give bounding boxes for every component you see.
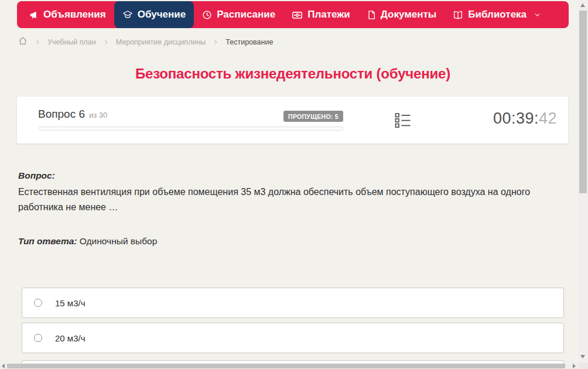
breadcrumb-item-testing: Тестирование [225, 38, 273, 46]
scroll-left-arrow-icon[interactable] [2, 364, 5, 368]
question-header-card: Вопрос 6 из 30 ПРОПУЩЕНО: 5 00:39:42 [17, 97, 568, 144]
nav-item-announcements[interactable]: Объявления [20, 1, 114, 28]
nav-item-learning[interactable]: Обучение [114, 1, 194, 28]
chevron-right-icon [103, 39, 109, 45]
book-icon [453, 10, 463, 20]
breadcrumb-item-curriculum[interactable]: Учебный план [47, 38, 96, 46]
megaphone-icon [29, 10, 39, 20]
nav-item-payments[interactable]: Платежи [283, 1, 358, 28]
chevron-right-icon [213, 39, 218, 45]
nav-item-label: Платежи [307, 9, 350, 20]
payments-icon [292, 10, 303, 20]
timer-hhmm: 00:39: [493, 110, 539, 127]
scrollbar-corner [578, 363, 588, 369]
nav-item-label: Документы [381, 9, 437, 20]
timer-seconds: 42 [539, 110, 557, 127]
top-navbar: Объявления Обучение Расписание Платежи Д… [17, 1, 569, 28]
horizontal-scrollbar[interactable] [0, 363, 578, 369]
question-list-icon[interactable] [395, 112, 411, 128]
radio-icon[interactable] [34, 334, 42, 342]
question-label: Вопрос: [18, 170, 55, 181]
timer: 00:39:42 [493, 110, 557, 128]
chevron-down-icon [534, 11, 541, 19]
document-icon [367, 10, 376, 20]
radio-icon[interactable] [34, 299, 42, 307]
page: Объявления Обучение Расписание Платежи Д… [0, 0, 588, 369]
scroll-down-arrow-icon[interactable] [580, 355, 585, 358]
answer-option-1[interactable]: 15 м3/ч [22, 288, 564, 318]
vertical-scrollbar[interactable] [578, 0, 588, 363]
answer-option-label: 20 м3/ч [55, 333, 86, 343]
answer-type-value: Одиночный выбор [80, 236, 158, 246]
nav-item-library[interactable]: Библиотека [445, 1, 549, 28]
home-icon[interactable] [18, 36, 28, 47]
nav-item-documents[interactable]: Документы [358, 1, 445, 28]
question-total: из 30 [89, 111, 107, 119]
question-number: Вопрос 6 [38, 108, 85, 121]
nav-item-label: Расписание [217, 9, 275, 20]
clock-icon [202, 10, 212, 20]
answer-type-label: Тип ответа: [18, 236, 77, 246]
scroll-right-arrow-icon[interactable] [573, 364, 576, 368]
answer-option-2[interactable]: 20 м3/ч [22, 323, 564, 353]
skipped-badge: ПРОПУЩЕНО: 5 [283, 111, 343, 122]
nav-item-label: Обучение [138, 9, 186, 20]
breadcrumb: Учебный план Мероприятие дисциплины Тест… [18, 36, 273, 47]
scroll-up-arrow-icon[interactable] [580, 4, 585, 7]
question-counter: Вопрос 6 из 30 [38, 108, 107, 121]
breadcrumb-item-discipline-event[interactable]: Мероприятие дисциплины [116, 38, 206, 46]
graduation-cap-icon [122, 9, 133, 20]
horizontal-scrollbar-thumb[interactable] [7, 364, 565, 368]
page-title: Безопасность жизнедеятельности (обучение… [0, 66, 586, 82]
question-text: Естественная вентиляция при объеме помещ… [18, 184, 543, 215]
chevron-right-icon [35, 39, 40, 45]
answer-type: Тип ответа: Одиночный выбор [18, 236, 157, 247]
vertical-scrollbar-thumb[interactable] [579, 11, 587, 193]
answer-option-label: 15 м3/ч [55, 298, 86, 308]
nav-item-label: Объявления [43, 9, 106, 20]
nav-item-label: Библиотека [468, 9, 527, 20]
progress-bar [38, 127, 344, 131]
nav-item-schedule[interactable]: Расписание [194, 1, 283, 28]
